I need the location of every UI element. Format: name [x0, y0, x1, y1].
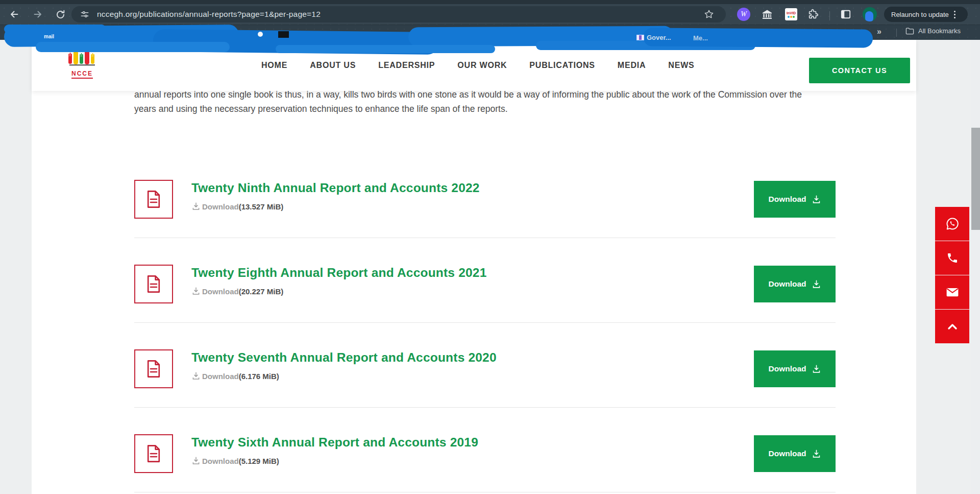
extensions-menu-button[interactable]	[806, 8, 820, 21]
redaction-scribble	[36, 42, 230, 52]
reports-list: Twenty Ninth Annual Report and Accounts …	[134, 180, 836, 494]
report-title-link[interactable]: Twenty Eighth Annual Report and Accounts…	[191, 266, 486, 280]
bookmark-fragment-media: Me...	[693, 34, 708, 42]
report-item: Twenty Ninth Annual Report and Accounts …	[134, 180, 836, 238]
profile-avatar[interactable]	[863, 7, 877, 21]
report-title-link[interactable]: Twenty Sixth Annual Report and Accounts …	[191, 435, 478, 450]
download-icon	[191, 456, 201, 465]
document-icon	[146, 444, 161, 463]
redaction-scribble	[643, 28, 873, 48]
toolbar-divider	[829, 11, 830, 20]
file-size: (5.129 MiB)	[239, 457, 279, 465]
download-icon	[191, 202, 201, 211]
download-button[interactable]: Download	[754, 435, 836, 472]
download-label: Download	[202, 457, 239, 465]
bookmark-star-button[interactable]	[703, 9, 715, 22]
download-button[interactable]: Download	[754, 350, 836, 387]
nav-item-leadership[interactable]: LEADERSHIP	[378, 61, 435, 70]
download-button-label: Download	[768, 449, 806, 458]
forward-arrow-icon	[32, 9, 43, 20]
web-page-viewport: NCCE HOMEABOUT USLEADERSHIPOUR WORKPUBLI…	[0, 40, 980, 494]
contact-us-button[interactable]: CONTACT US	[809, 58, 910, 83]
folder-icon	[905, 27, 914, 35]
download-button[interactable]: Download	[754, 266, 836, 302]
download-button-label: Download	[768, 195, 806, 204]
download-button[interactable]: Download	[754, 181, 836, 218]
browser-menu-kebab-icon[interactable]	[954, 11, 955, 18]
file-size: (13.527 MiB)	[239, 202, 284, 211]
relaunch-to-update-button[interactable]: Relaunch to update	[884, 7, 968, 22]
extension-invid-button[interactable]: InVID	[785, 8, 798, 21]
scrollbar-track[interactable]	[971, 40, 980, 494]
all-bookmarks-button[interactable]: All Bookmarks	[905, 27, 961, 35]
bookmark-flag-icon	[636, 35, 644, 40]
nav-item-about-us[interactable]: ABOUT US	[310, 61, 356, 70]
whatsapp-icon	[945, 217, 960, 231]
report-download-link[interactable]: Download(6.176 MiB)	[191, 371, 497, 381]
floating-contact-stack	[935, 207, 969, 344]
address-bar[interactable]: nccegh.org/publications/annual-reports?p…	[71, 6, 726, 22]
report-download-link[interactable]: Download(20.227 MiB)	[191, 287, 486, 296]
back-arrow-icon	[9, 9, 20, 20]
bookmark-dark-fragment	[278, 31, 289, 38]
download-label: Download	[202, 202, 239, 211]
email-button[interactable]	[935, 275, 969, 309]
download-icon	[812, 195, 821, 204]
divider	[134, 407, 836, 408]
download-icon	[191, 371, 201, 381]
report-item: Twenty Seventh Annual Report and Account…	[134, 349, 836, 408]
divider	[134, 238, 836, 238]
star-icon	[703, 9, 715, 20]
report-title-link[interactable]: Twenty Ninth Annual Report and Accounts …	[191, 181, 480, 195]
nav-item-news[interactable]: NEWS	[668, 61, 694, 70]
report-item: Twenty Sixth Annual Report and Accounts …	[134, 434, 836, 492]
bookmark-fragment-government: Gover...	[647, 34, 671, 41]
document-icon	[146, 275, 161, 293]
extension-wayback-button[interactable]	[761, 8, 774, 21]
download-label: Download	[202, 372, 239, 381]
file-size: (6.176 MiB)	[239, 372, 279, 381]
forward-button[interactable]	[31, 7, 45, 21]
bookmarks-overflow-chevron[interactable]: »	[877, 27, 881, 36]
report-download-link[interactable]: Download(5.129 MiB)	[191, 456, 478, 465]
phone-button[interactable]	[935, 241, 969, 275]
file-size: (20.227 MiB)	[239, 287, 284, 296]
scrollbar-thumb[interactable]	[971, 128, 980, 230]
bookmark-favicon-dot	[258, 32, 263, 37]
all-bookmarks-label: All Bookmarks	[918, 27, 961, 35]
report-title-link[interactable]: Twenty Seventh Annual Report and Account…	[191, 350, 497, 365]
redaction-scribble	[276, 45, 495, 53]
browser-toolbar: nccegh.org/publications/annual-reports?p…	[0, 4, 980, 25]
url-text[interactable]: nccegh.org/publications/annual-reports?p…	[97, 10, 321, 19]
whatsapp-button[interactable]	[935, 207, 969, 241]
download-icon	[812, 279, 821, 289]
reload-button[interactable]	[53, 7, 67, 21]
phone-icon	[946, 252, 959, 264]
download-button-label: Download	[768, 279, 806, 289]
extension-wordtune-button[interactable]: W	[737, 8, 750, 21]
site-settings-icon[interactable]	[80, 9, 90, 19]
archive-building-icon	[761, 8, 773, 20]
chevron-up-icon	[947, 322, 958, 331]
document-icon	[146, 190, 161, 208]
side-panel-button[interactable]	[839, 8, 852, 21]
download-icon	[812, 449, 821, 459]
report-download-link[interactable]: Download(13.527 MiB)	[191, 202, 480, 211]
window-frame-strip	[0, 0, 980, 4]
pdf-file-badge	[134, 349, 173, 388]
report-item: Twenty Eighth Annual Report and Accounts…	[134, 265, 836, 323]
puzzle-icon	[807, 9, 819, 20]
back-button[interactable]	[7, 7, 21, 21]
nav-item-home[interactable]: HOME	[261, 61, 287, 70]
avatar-image	[865, 11, 873, 21]
nav-item-media[interactable]: MEDIA	[618, 61, 646, 70]
side-panel-icon	[840, 9, 851, 19]
document-icon	[146, 360, 161, 378]
logo-text: NCCE	[71, 70, 93, 79]
reload-icon	[55, 9, 66, 20]
scroll-to-top-button[interactable]	[935, 310, 969, 343]
nav-item-our-work[interactable]: OUR WORK	[457, 61, 507, 70]
nav-item-publications[interactable]: PUBLICATIONS	[529, 61, 595, 70]
pdf-file-badge	[134, 265, 173, 303]
download-button-label: Download	[768, 364, 806, 373]
